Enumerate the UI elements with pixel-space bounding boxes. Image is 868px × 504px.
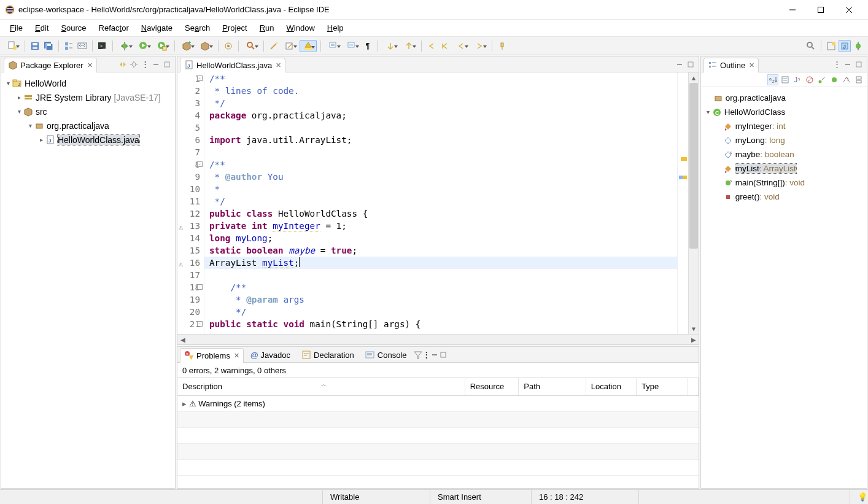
maximize-view-button[interactable] — [853, 59, 864, 70]
wizard-button[interactable] — [281, 40, 298, 52]
tab-console[interactable]: Console — [361, 347, 411, 362]
hide-fields-button[interactable] — [829, 74, 840, 85]
quick-access-button[interactable] — [805, 40, 817, 52]
package-explorer-tree[interactable]: ▾J HelloWorld ▸ JRE System Library [Java… — [1, 72, 175, 488]
col-location[interactable]: Location — [586, 378, 636, 395]
window-close-button[interactable] — [835, 0, 863, 19]
filter-static-button[interactable]: Js — [792, 74, 803, 85]
annotation-nav-button-1[interactable] — [382, 40, 399, 52]
outline-package[interactable]: org.practicaljava — [703, 91, 864, 105]
menu-refactor[interactable]: Refactor — [93, 22, 135, 34]
window-minimize-button[interactable] — [778, 0, 807, 19]
vertical-scrollbar[interactable]: ▲ ▼ — [688, 72, 699, 334]
terminal-button[interactable]: >_ — [96, 40, 109, 52]
tab-javadoc[interactable]: @ Javadoc — [246, 347, 295, 362]
link-button[interactable] — [853, 74, 864, 85]
tab-declaration[interactable]: Declaration — [297, 347, 358, 362]
menu-search[interactable]: Search — [179, 22, 216, 34]
minimize-view-button[interactable] — [150, 59, 161, 70]
toggle-comment-button[interactable] — [325, 40, 342, 52]
outline-member[interactable]: myLong : long — [703, 133, 864, 147]
menu-navigate[interactable]: Navigate — [135, 22, 179, 34]
nav-last-button[interactable] — [439, 40, 451, 52]
debug-perspective-button[interactable] — [852, 40, 864, 52]
maximize-editor-button[interactable] — [685, 59, 696, 70]
close-icon[interactable]: ✕ — [234, 352, 239, 360]
pkg-node[interactable]: ▾ org.practicaljava — [4, 118, 172, 133]
link-editor-button[interactable] — [117, 59, 128, 70]
package-explorer-tab[interactable]: Package Explorer ✕ — [4, 58, 97, 72]
filter-button[interactable] — [414, 351, 422, 359]
menu-window[interactable]: Window — [281, 22, 321, 34]
show-whitespace-button[interactable]: ¶ — [362, 40, 374, 52]
wand-button[interactable] — [268, 40, 280, 52]
code-area[interactable]: /** * lines of code. */package org.pract… — [204, 72, 677, 334]
block-select-button[interactable] — [343, 40, 360, 52]
debug-button[interactable] — [117, 40, 134, 52]
col-path[interactable]: Path — [519, 378, 586, 395]
menu-source[interactable]: Source — [55, 22, 92, 34]
editor-tab[interactable]: J HelloWorldClass.java ✕ — [180, 58, 285, 72]
warnings-row[interactable]: ▸ ⚠ Warnings (2 items) — [177, 395, 699, 411]
minimize-button[interactable] — [430, 351, 439, 359]
tip-button[interactable]: 💡 — [850, 490, 868, 504]
history-fwd-button[interactable] — [471, 40, 488, 52]
open-perspective-button[interactable] — [825, 40, 837, 52]
problems-table[interactable]: Description︿ Resource Path Location Type… — [177, 378, 699, 488]
close-icon[interactable]: ✕ — [87, 61, 93, 69]
outline-tree[interactable]: org.practicaljava ▾C HelloWorldClass myI… — [701, 87, 867, 488]
view-menu-button[interactable]: ⋮ — [831, 59, 842, 70]
close-icon[interactable]: ✕ — [749, 61, 754, 69]
new-package-button[interactable]: + — [179, 40, 196, 52]
close-icon[interactable]: ✕ — [276, 61, 281, 69]
col-description[interactable]: Description︿ — [177, 378, 465, 395]
minimize-editor-button[interactable] — [674, 59, 685, 70]
project-node[interactable]: ▾J HelloWorld — [4, 76, 172, 90]
maximize-button[interactable] — [439, 351, 448, 359]
menu-project[interactable]: Project — [216, 22, 253, 34]
overview-ruler[interactable] — [677, 72, 688, 334]
outline-class[interactable]: ▾C HelloWorldClass — [703, 105, 864, 119]
save-all-button[interactable] — [42, 40, 55, 52]
open-type-button[interactable] — [222, 40, 234, 52]
src-node[interactable]: ▾ src — [4, 104, 172, 118]
hide-static-button[interactable]: s — [841, 74, 852, 85]
outline-member[interactable]: myInteger : int — [703, 119, 864, 133]
new-button[interactable] — [4, 40, 21, 52]
save-button[interactable] — [29, 40, 41, 52]
switch-editor-button[interactable] — [76, 40, 88, 52]
file-node[interactable]: ▸J HelloWorldClass.java — [4, 133, 172, 147]
filter-local-button[interactable] — [816, 74, 827, 85]
annotation-nav-button-2[interactable] — [400, 40, 417, 52]
search-button[interactable] — [242, 40, 260, 52]
menu-run[interactable]: Run — [254, 22, 281, 34]
col-type[interactable]: Type — [637, 378, 688, 395]
col-resource[interactable]: Resource — [465, 378, 519, 395]
window-maximize-button[interactable] — [807, 0, 835, 19]
outline-member[interactable]: greet() : void — [703, 190, 864, 204]
focus-button[interactable] — [128, 59, 139, 70]
toggle-button-1[interactable] — [63, 40, 75, 52]
outline-member[interactable]: s main(String[]) : void — [703, 176, 864, 190]
coverage-button[interactable] — [153, 40, 171, 52]
maximize-view-button[interactable] — [161, 59, 172, 70]
run-button[interactable] — [135, 40, 152, 52]
filter-fields-button[interactable] — [780, 74, 791, 85]
line-gutter[interactable]: 1-2345678-910111213⚠141516⚠1718-192021- — [177, 72, 204, 334]
outline-member[interactable]: myList : ArrayList — [703, 161, 864, 176]
history-back-button[interactable] — [452, 40, 470, 52]
tab-problems[interactable]: x Problems ✕ — [180, 348, 244, 363]
java-perspective-button[interactable]: J — [839, 40, 851, 52]
highlight-button[interactable] — [300, 40, 317, 52]
jre-node[interactable]: ▸ JRE System Library [JavaSE-17] — [4, 90, 172, 104]
pin-button[interactable] — [496, 40, 508, 52]
filter-nonpublic-button[interactable] — [804, 74, 815, 85]
outline-member[interactable]: s maybe : boolean — [703, 147, 864, 161]
nav-back-button[interactable] — [425, 40, 438, 52]
outline-tab[interactable]: Outline ✕ — [703, 58, 759, 72]
menu-file[interactable]: File — [4, 22, 29, 34]
view-menu-button[interactable]: ⋮ — [139, 59, 150, 70]
view-menu-button[interactable]: ⋮ — [422, 350, 430, 359]
menu-edit[interactable]: Edit — [29, 22, 55, 34]
editor-body[interactable]: 1-2345678-910111213⚠141516⚠1718-192021- … — [177, 72, 699, 334]
